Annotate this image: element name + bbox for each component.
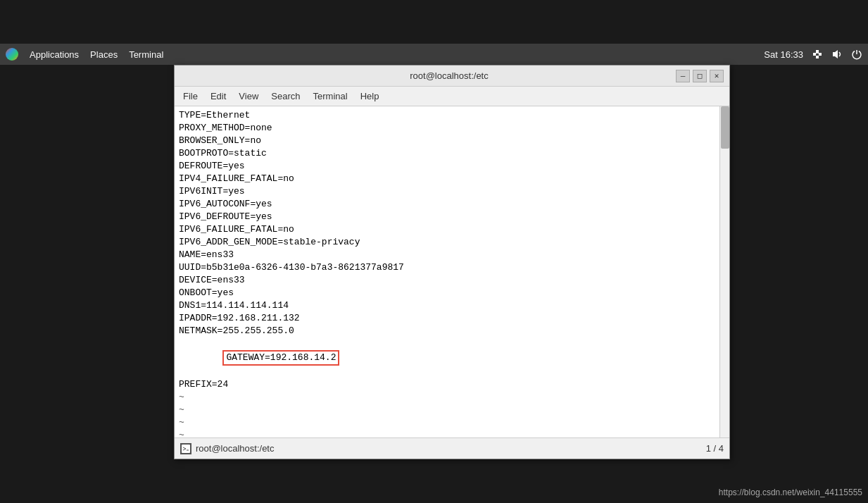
gateway-highlight: GATEWAY=192.168.14.2 bbox=[222, 350, 339, 366]
taskbar-right: Sat 16:33 bbox=[764, 49, 862, 60]
clock: Sat 16:33 bbox=[764, 49, 803, 60]
terminal-small-icon bbox=[180, 443, 191, 454]
line-18: NETMASK=255.255.255.0 bbox=[179, 325, 715, 337]
watermark: https://blog.csdn.net/weixin_44115555 bbox=[719, 488, 862, 497]
line-16: DNS1=114.114.114.114 bbox=[179, 299, 715, 312]
terminal-window: root@localhost:/etc – □ ✕ File Edit View… bbox=[174, 65, 730, 459]
line-13: UUID=b5b31e0a-6326-4130-b7a3-8621377a981… bbox=[179, 261, 715, 274]
menu-edit[interactable]: Edit bbox=[205, 89, 232, 103]
line-15: ONBOOT=yes bbox=[179, 287, 715, 299]
line-11: IPV6_ADDR_GEN_MODE=stable-privacy bbox=[179, 236, 715, 249]
maximize-button[interactable]: □ bbox=[693, 70, 707, 82]
status-left: root@localhost:/etc bbox=[180, 443, 274, 454]
scrollbar-thumb[interactable] bbox=[721, 106, 729, 149]
tilde-3: ~ bbox=[179, 416, 715, 429]
line-1: TYPE=Ethernet bbox=[179, 109, 715, 122]
taskbar: Applications Places Terminal Sat 16:33 bbox=[0, 44, 868, 65]
tilde-4: ~ bbox=[179, 429, 715, 437]
volume-icon[interactable] bbox=[831, 49, 843, 60]
window-controls: – □ ✕ bbox=[676, 70, 724, 82]
line-2: PROXY_METHOD=none bbox=[179, 122, 715, 135]
line-4: BOOTPROTO=static bbox=[179, 147, 715, 160]
line-10: IPV6_FAILURE_FATAL=no bbox=[179, 223, 715, 236]
menu-search[interactable]: Search bbox=[265, 89, 306, 103]
menu-file[interactable]: File bbox=[177, 89, 203, 103]
terminal-content[interactable]: TYPE=Ethernet PROXY_METHOD=none BROWSER_… bbox=[175, 106, 729, 437]
menu-bar: File Edit View Search Terminal Help bbox=[175, 87, 729, 106]
line-8: IPV6_AUTOCONF=yes bbox=[179, 198, 715, 211]
tilde-1: ~ bbox=[179, 391, 715, 404]
status-bar: root@localhost:/etc 1 / 4 bbox=[175, 437, 729, 459]
applications-icon bbox=[6, 48, 18, 61]
scrollbar[interactable] bbox=[719, 106, 729, 437]
taskbar-applications[interactable]: Applications bbox=[30, 49, 79, 60]
line-14: DEVICE=ens33 bbox=[179, 274, 715, 287]
line-6: IPV4_FAILURE_FATAL=no bbox=[179, 173, 715, 185]
menu-help[interactable]: Help bbox=[355, 89, 385, 103]
page-info: 1 / 4 bbox=[706, 443, 724, 454]
line-19-highlighted: GATEWAY=192.168.14.2 bbox=[179, 337, 715, 378]
svg-rect-3 bbox=[816, 50, 819, 53]
terminal-text-area[interactable]: TYPE=Ethernet PROXY_METHOD=none BROWSER_… bbox=[175, 106, 719, 437]
svg-marker-7 bbox=[833, 50, 838, 58]
line-3: BROWSER_ONLY=no bbox=[179, 135, 715, 147]
line-7: IPV6INIT=yes bbox=[179, 185, 715, 198]
power-icon[interactable] bbox=[851, 49, 862, 60]
line-5: DEFROUTE=yes bbox=[179, 160, 715, 173]
menu-view[interactable]: View bbox=[233, 89, 264, 103]
status-path: root@localhost:/etc bbox=[196, 443, 274, 454]
line-9: IPV6_DEFROUTE=yes bbox=[179, 211, 715, 223]
tilde-2: ~ bbox=[179, 404, 715, 416]
line-12: NAME=ens33 bbox=[179, 249, 715, 261]
close-button[interactable]: ✕ bbox=[710, 70, 724, 82]
taskbar-terminal[interactable]: Terminal bbox=[129, 49, 163, 60]
title-bar: root@localhost:/etc – □ ✕ bbox=[175, 66, 729, 87]
taskbar-places[interactable]: Places bbox=[90, 49, 118, 60]
taskbar-left: Applications Places Terminal bbox=[6, 48, 163, 61]
svg-rect-0 bbox=[816, 56, 819, 58]
line-17: IPADDR=192.168.211.132 bbox=[179, 312, 715, 325]
network-icon[interactable] bbox=[812, 49, 823, 60]
menu-terminal[interactable]: Terminal bbox=[308, 89, 353, 103]
minimize-button[interactable]: – bbox=[676, 70, 690, 82]
window-title: root@localhost:/etc bbox=[222, 70, 676, 81]
line-20: PREFIX=24 bbox=[179, 378, 715, 391]
